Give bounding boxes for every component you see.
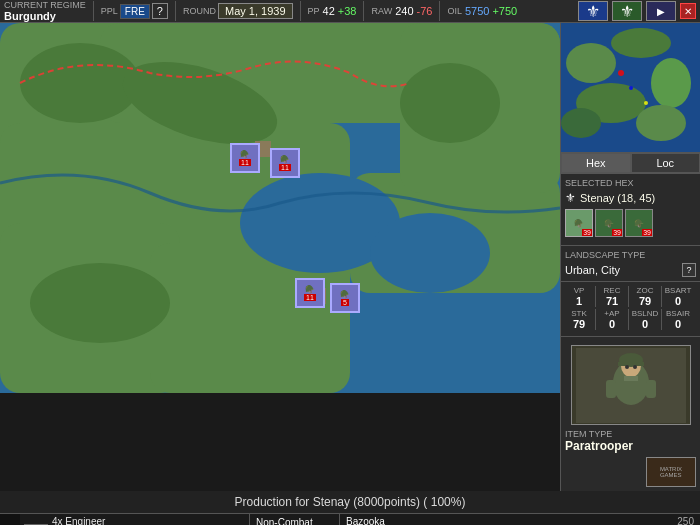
pp-label: PP <box>308 6 320 16</box>
regime-emblem3: ▶ <box>646 1 676 21</box>
vp-label: VP <box>574 286 585 295</box>
left-arrow-button[interactable]: ◀ <box>0 514 20 525</box>
production-title: Production for Stenay (8000points) ( 100… <box>0 491 700 514</box>
unit-info-engineer: 4x Engineer prd: 4 lft: 0 real: 4 0 10 <box>52 516 233 525</box>
item-bazooka[interactable]: Bazooka 250 <box>340 514 700 525</box>
landscape-help-button[interactable]: ? <box>682 263 696 277</box>
regime-emblem2: ⚜ <box>612 1 642 21</box>
bottom-section: Production for Stenay (8000points) ( 100… <box>0 491 700 525</box>
hex-unit-1[interactable]: 🪖 39 <box>565 209 593 237</box>
minimap-svg <box>561 23 700 153</box>
map-area[interactable]: 🪖 11 🪖 11 🪖 11 🪖 5 <box>0 23 560 393</box>
stk-label: STK <box>571 309 587 318</box>
map-unit-4[interactable]: 🪖 5 <box>330 283 360 313</box>
ap-cell: +AP 0 <box>598 309 626 330</box>
regime-section: CURRENT REGIME Burgundy <box>4 0 86 22</box>
ppl-section: PPL FRE ? <box>101 3 168 19</box>
soldier-portrait-svg <box>576 348 686 423</box>
bslnd-value: 0 <box>642 318 648 330</box>
hex-name-text: Stenay (18, 45) <box>580 192 655 204</box>
prod-content: ◀ 🪖 4x Engineer prd: 4 lft: 0 real: 4 0 <box>0 514 700 525</box>
round-section: ROUND May 1, 1939 <box>183 3 293 19</box>
hex-unit-2-icon: 🪖 <box>604 219 614 228</box>
stats-row-1: VP 1 REC 71 ZOC 79 BSART <box>565 286 696 307</box>
hex-unit-1-icon: 🪖 <box>574 219 584 228</box>
svg-point-7 <box>618 70 624 76</box>
ap-label: +AP <box>604 309 619 318</box>
close-button[interactable]: ✕ <box>680 3 696 19</box>
hex-unit-2[interactable]: 🪖 39 <box>595 209 623 237</box>
sep4 <box>363 1 364 21</box>
pp-delta: +38 <box>338 5 357 17</box>
hex-unit-3[interactable]: 🪖 39 <box>625 209 653 237</box>
svg-point-1 <box>566 43 616 83</box>
map-unit-2[interactable]: 🪖 11 <box>270 148 300 178</box>
regime-label: CURRENT REGIME <box>4 0 86 10</box>
stk-value: 79 <box>573 318 585 330</box>
bsair-label: BSAIR <box>666 309 690 318</box>
stats-row-2: STK 79 +AP 0 BSLND 0 BSAIR <box>565 309 696 330</box>
svg-point-2 <box>611 28 671 58</box>
stats-grid: VP 1 REC 71 ZOC 79 BSART <box>561 282 700 337</box>
svg-rect-14 <box>618 362 644 366</box>
rec-value: 71 <box>606 295 618 307</box>
stk-cell: STK 79 <box>565 309 593 330</box>
stat-div1 <box>595 286 596 307</box>
zoc-cell: ZOC 79 <box>631 286 659 307</box>
top-right-icons: ⚜ ⚜ ▶ ✕ <box>578 1 696 21</box>
item-type-value: Paratrooper <box>565 439 696 453</box>
map-unit-3[interactable]: 🪖 11 <box>295 278 325 308</box>
svg-point-5 <box>561 108 601 138</box>
regime-value: Burgundy <box>4 10 86 22</box>
oil-delta: +750 <box>492 5 517 17</box>
bsair-cell: BSAIR 0 <box>664 309 692 330</box>
rec-label: REC <box>604 286 621 295</box>
svg-point-16 <box>633 365 637 369</box>
bsart-label: BSART <box>665 286 692 295</box>
raw-delta: -76 <box>417 5 433 17</box>
sep2 <box>175 1 176 21</box>
hex-unit-2-num: 39 <box>612 229 622 236</box>
stat-div5 <box>628 309 629 330</box>
item-portrait <box>571 345 691 425</box>
hex-unit-3-num: 39 <box>642 229 652 236</box>
selected-hex: SELECTED HEX ⚜ Stenay (18, 45) 🪖 39 🪖 39 <box>561 174 700 246</box>
raw-group: RAW 240 -76 <box>371 5 432 17</box>
round-value: May 1, 1939 <box>218 3 293 19</box>
stat-div6 <box>661 309 662 330</box>
ppl-flag: FRE <box>120 4 150 19</box>
raw-value: 240 <box>395 5 413 17</box>
sep5 <box>439 1 440 21</box>
sep3 <box>300 1 301 21</box>
landscape-value: Urban, City <box>565 264 620 276</box>
map-canvas[interactable] <box>0 23 560 393</box>
stat-div3 <box>661 286 662 307</box>
loc-tab[interactable]: Loc <box>631 153 701 173</box>
rec-cell: REC 71 <box>598 286 626 307</box>
svg-point-6 <box>636 105 686 141</box>
zoc-value: 79 <box>639 295 651 307</box>
map-unit-1[interactable]: 🪖 11 <box>230 143 260 173</box>
right-panel: Hex Loc SELECTED HEX ⚜ Stenay (18, 45) 🪖… <box>560 23 700 491</box>
bsart-value: 0 <box>675 295 681 307</box>
hex-tab[interactable]: Hex <box>561 153 631 173</box>
regime-emblem: ⚜ <box>578 1 608 21</box>
unit-list: 🪖 4x Engineer prd: 4 lft: 0 real: 4 0 10 <box>20 514 250 525</box>
ppl-question[interactable]: ? <box>152 3 168 19</box>
minimap[interactable] <box>561 23 700 153</box>
selected-hex-label: SELECTED HEX <box>565 178 696 188</box>
svg-rect-18 <box>606 380 616 398</box>
top-bar: CURRENT REGIME Burgundy PPL FRE ? ROUND … <box>0 0 700 23</box>
svg-point-8 <box>629 86 633 90</box>
landscape-section: LANDSCAPE TYPE Urban, City ? <box>561 246 700 282</box>
hex-flag: ⚜ <box>565 191 576 205</box>
cat-noncombat[interactable]: Non-Combat <box>250 514 339 525</box>
item-type-section: ITEM TYPE Paratrooper MATRIXGAMES <box>561 337 700 491</box>
sep1 <box>93 1 94 21</box>
unit-strip: 🪖 39 🪖 39 🪖 39 <box>565 209 696 237</box>
hex-name-row: ⚜ Stenay (18, 45) <box>565 191 696 205</box>
oil-group: OIL 5750 +750 <box>447 5 517 17</box>
unit-row-engineer[interactable]: 🪖 4x Engineer prd: 4 lft: 0 real: 4 0 10 <box>20 514 249 525</box>
zoc-label: ZOC <box>637 286 654 295</box>
vp-cell: VP 1 <box>565 286 593 307</box>
